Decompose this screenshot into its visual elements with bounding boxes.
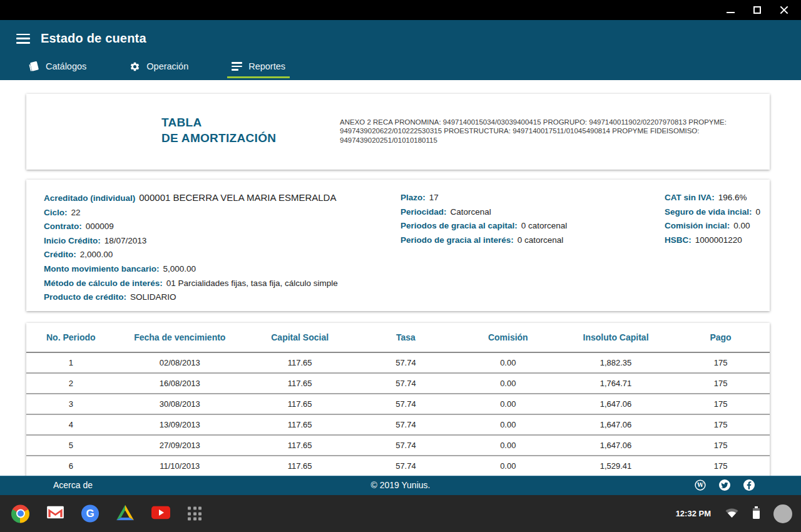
gmail-icon[interactable] (47, 506, 64, 521)
info-value: 0 (756, 207, 761, 217)
cell: 117.65 (244, 435, 355, 456)
table-row: 413/09/2013117.6557.740.001,647.06175 (26, 414, 770, 435)
cell: 117.65 (244, 373, 355, 394)
main-nav: Catálogos Operación Reportes (24, 59, 324, 78)
tab-reportes[interactable]: Reportes (227, 59, 290, 78)
cell: 11/10/2013 (116, 456, 245, 476)
cell: 0.00 (456, 435, 560, 456)
info-value: 2,000.00 (80, 250, 113, 259)
credit-info-column-1: Acreditado (individual)000001 BECERRA VE… (44, 191, 338, 305)
tab-catalogos[interactable]: Catálogos (24, 59, 91, 78)
info-label: Acreditado (individual) (44, 193, 135, 203)
cell: 1,647.06 (560, 394, 671, 414)
cell: 175 (671, 435, 770, 456)
cell: 117.65 (244, 394, 355, 414)
cell: 117.65 (244, 414, 355, 435)
apps-grid-icon[interactable] (188, 507, 202, 521)
column-header: Pago (671, 323, 770, 352)
cell: 0.00 (456, 394, 560, 414)
minimize-icon[interactable] (727, 12, 735, 13)
credit-info-column-2: Plazo:17 Periocidad:Catorcenal Periodos … (400, 191, 567, 247)
cell: 13/09/2013 (116, 414, 245, 435)
cell: 57.74 (355, 352, 456, 373)
cell: 02/08/2013 (116, 352, 245, 373)
info-label: CAT sin IVA: (665, 193, 715, 202)
maximize-icon[interactable] (753, 6, 761, 14)
youtube-icon[interactable] (151, 506, 170, 521)
amortization-table-card: No. Periodo Fecha de vencimiento Capital… (26, 323, 770, 476)
copyright-text: © 2019 Yunius. (0, 480, 801, 490)
info-value: SOLIDARIO (130, 292, 176, 302)
wordpress-icon[interactable]: W (695, 479, 706, 491)
close-icon[interactable] (780, 6, 788, 14)
report-title: TABLA DE AMORTIZACIÓN (161, 115, 276, 146)
cell: 0.00 (456, 373, 560, 394)
drive-icon[interactable] (116, 504, 134, 523)
info-label: Contrato: (44, 222, 82, 231)
cell: 4 (26, 414, 116, 435)
cell: 6 (26, 456, 116, 476)
cell: 175 (671, 394, 770, 414)
annex-text: ANEXO 2 RECA PRONOMINA: 9497140015034/03… (340, 118, 747, 145)
info-value: 1000001220 (695, 235, 742, 245)
tab-label: Reportes (248, 61, 285, 71)
twitter-icon[interactable] (719, 479, 730, 491)
report-title-card: TABLA DE AMORTIZACIÓN ANEXO 2 RECA PRONO… (26, 94, 770, 170)
info-label: Periodos de gracia al capital: (400, 221, 518, 230)
window-titlebar (0, 0, 801, 20)
cell: 175 (671, 373, 770, 394)
cell: 57.74 (355, 414, 456, 435)
cell: 57.74 (355, 373, 456, 394)
tab-operacion[interactable]: Operación (125, 59, 193, 78)
battery-icon[interactable] (753, 508, 760, 519)
report-lines-icon (232, 62, 242, 71)
info-value: 17 (429, 193, 439, 202)
info-label: Monto movimiento bancario: (44, 264, 160, 274)
info-label: Plazo: (400, 193, 426, 202)
gear-icon (130, 61, 140, 72)
cell: 27/09/2013 (116, 435, 245, 456)
chrome-icon[interactable] (11, 504, 29, 523)
cell: 57.74 (355, 435, 456, 456)
info-label: Periodo de gracia al interés: (400, 235, 514, 245)
info-value: 0 catorcenal (518, 235, 564, 245)
info-value: 0 catorcenal (521, 221, 568, 230)
column-header: Fecha de vencimiento (116, 323, 245, 352)
cell: 0.00 (456, 352, 560, 373)
tab-label: Operación (146, 61, 188, 71)
cell: 2 (26, 373, 116, 394)
info-value: 5,000.00 (163, 264, 196, 274)
hamburger-menu-icon[interactable] (16, 34, 30, 44)
column-header: Insoluto Capital (560, 323, 671, 352)
column-header: Capital Social (244, 323, 355, 352)
google-icon[interactable]: G (81, 505, 99, 523)
cell: 117.65 (244, 456, 355, 476)
wifi-icon[interactable] (725, 506, 739, 521)
tab-label: Catálogos (46, 61, 86, 71)
info-label: Inicio Crédito: (44, 236, 101, 245)
info-value: 000009 (86, 222, 114, 231)
info-label: Seguro de vida incial: (665, 207, 752, 217)
cell: 16/08/2013 (116, 373, 245, 394)
main-content: TABLA DE AMORTIZACIÓN ANEXO 2 RECA PRONO… (0, 80, 801, 476)
info-value: 000001 BECERRA VELA MARIA ESMERALDA (139, 192, 336, 203)
cell: 1 (26, 352, 116, 373)
column-header: No. Periodo (26, 323, 116, 352)
table-header-row: No. Periodo Fecha de vencimiento Capital… (26, 323, 770, 352)
cell: 0.00 (456, 456, 560, 476)
info-value: 01 Parcialidades fijas, tasa fija, cálcu… (166, 279, 338, 288)
os-taskbar: G 12:32 PM (0, 495, 801, 532)
amortization-table: No. Periodo Fecha de vencimiento Capital… (26, 323, 770, 476)
cell: 30/08/2013 (116, 394, 245, 414)
facebook-icon[interactable] (743, 479, 755, 491)
table-row: 102/08/2013117.6557.740.001,882.35175 (26, 352, 770, 373)
cell: 57.74 (355, 394, 456, 414)
cell: 0.00 (456, 414, 560, 435)
info-label: Ciclo: (44, 208, 68, 217)
info-value: Catorcenal (451, 207, 491, 217)
system-clock[interactable]: 12:32 PM (676, 509, 711, 518)
cell: 57.74 (355, 456, 456, 476)
info-value: 22 (71, 208, 81, 217)
account-avatar[interactable] (773, 504, 792, 523)
cell: 5 (26, 435, 116, 456)
